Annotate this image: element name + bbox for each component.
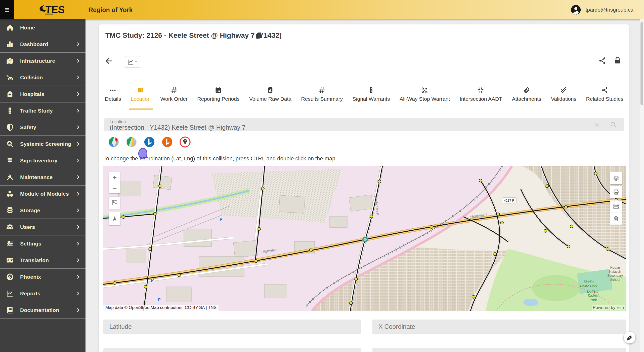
dashboard-icon bbox=[6, 40, 14, 48]
reporting-periods-icon bbox=[215, 87, 222, 94]
sidebar-item-label: Phoenix bbox=[20, 274, 41, 280]
sidebar-item-module-of-modules[interactable]: Module of Modules bbox=[0, 186, 85, 202]
chevron-down-icon bbox=[134, 60, 138, 64]
sidebar-item-label: Settings bbox=[20, 241, 41, 247]
location-input[interactable]: Location (Intersection - Y1432) Keele St… bbox=[104, 118, 624, 131]
tab-label: Validations bbox=[551, 96, 576, 102]
edit-fab-button[interactable] bbox=[624, 332, 635, 343]
hamburger-icon bbox=[3, 7, 11, 13]
zoom-out-button[interactable] bbox=[109, 183, 120, 193]
attachments-icon bbox=[523, 87, 530, 94]
sidebar-item-documentation[interactable]: Documentation bbox=[0, 302, 85, 319]
north-arrow-icon bbox=[111, 216, 118, 222]
latitude-field[interactable]: Latitude bbox=[103, 320, 361, 334]
map-pin-link[interactable] bbox=[180, 136, 191, 148]
layers-button[interactable] bbox=[610, 172, 622, 184]
sidebar-item-translation[interactable]: ATranslation bbox=[0, 252, 85, 269]
map-canvas[interactable]: 4217 R Highway 7 Highway 7 Keele Street … bbox=[103, 166, 626, 311]
plus-icon bbox=[112, 175, 117, 180]
sidebar-item-hospitals[interactable]: Hospitals bbox=[0, 86, 85, 102]
tab-all-way-stop-warrant[interactable]: All-Way Stop Warrant bbox=[398, 83, 452, 110]
print-button[interactable] bbox=[610, 186, 622, 198]
sidebar-item-storage[interactable]: Storage bbox=[0, 202, 85, 219]
zoom-in-button[interactable] bbox=[109, 172, 120, 183]
sidebar-item-dashboard[interactable]: Dashboard bbox=[0, 36, 85, 53]
user-email[interactable]: tpardo@tnsgroup.ca bbox=[585, 7, 633, 13]
tab-work-order[interactable]: Work Order bbox=[158, 83, 190, 110]
svg-text:Secondary: Secondary bbox=[607, 274, 623, 277]
copy-caret-icon[interactable] bbox=[265, 33, 270, 39]
scrollbar-thumb[interactable] bbox=[640, 22, 643, 105]
svg-text:Paine Park: Paine Park bbox=[580, 284, 597, 288]
tab-validations[interactable]: Validations bbox=[549, 83, 578, 110]
y-coordinate-field[interactable]: Y Coordinate bbox=[372, 348, 626, 352]
selected-intersection-marker bbox=[363, 237, 367, 242]
sidebar-item-reports[interactable]: Reports bbox=[0, 285, 85, 302]
clear-icon[interactable] bbox=[594, 121, 600, 128]
search-icon[interactable] bbox=[610, 121, 617, 128]
sidebar-item-home[interactable]: Home bbox=[0, 19, 85, 36]
chevron-right-icon bbox=[76, 75, 80, 80]
google-maps-link[interactable]: G bbox=[108, 136, 119, 148]
tab-reporting-periods[interactable]: Reporting Periods bbox=[195, 83, 241, 110]
location-input-label: Location bbox=[110, 119, 126, 124]
tab-results-summary[interactable]: Results Summary bbox=[299, 83, 345, 110]
trash-icon bbox=[613, 215, 619, 222]
basemap-svg: 4217 R Highway 7 Highway 7 Keele Street … bbox=[103, 166, 626, 311]
chevron-right-icon bbox=[76, 108, 80, 113]
bing-streetside-link[interactable] bbox=[162, 136, 173, 148]
chevron-right-icon bbox=[76, 125, 80, 130]
sidebar-item-users[interactable]: Users bbox=[0, 219, 85, 235]
validations-icon bbox=[560, 87, 567, 94]
x-coordinate-field[interactable]: X Coordinate bbox=[372, 320, 626, 334]
tab-label: Location bbox=[131, 96, 151, 102]
measure-button[interactable] bbox=[610, 200, 622, 213]
share-button[interactable] bbox=[598, 57, 606, 65]
sidebar-item-label: Users bbox=[20, 224, 35, 230]
north-arrow-button[interactable] bbox=[109, 212, 120, 225]
tab-volume-raw-data[interactable]: Volume Raw Data bbox=[247, 83, 293, 110]
copy-study-button[interactable] bbox=[254, 31, 263, 41]
bing-maps-link[interactable] bbox=[144, 136, 155, 148]
sidebar-item-settings[interactable]: Settings bbox=[0, 235, 85, 252]
lock-button[interactable] bbox=[613, 56, 622, 65]
delete-button[interactable] bbox=[610, 213, 622, 225]
sidebar-item-maintenance[interactable]: Maintenance bbox=[0, 169, 85, 186]
back-button[interactable] bbox=[105, 57, 113, 65]
sidebar-item-traffic-study[interactable]: Traffic Study bbox=[0, 102, 85, 119]
sidebar-item-systemic-screening[interactable]: Systemic Screening bbox=[0, 136, 85, 152]
sidebar-item-collision[interactable]: Collision bbox=[0, 69, 85, 86]
tab-intersection-aadt[interactable]: Intersection AADT bbox=[458, 83, 504, 110]
chart-view-button[interactable] bbox=[124, 56, 141, 68]
tab-location[interactable]: Location bbox=[129, 83, 153, 110]
tab-attachments[interactable]: Attachments bbox=[510, 83, 543, 110]
user-avatar[interactable] bbox=[571, 5, 581, 15]
page-scrollbar[interactable] bbox=[640, 19, 644, 352]
intersection-aadt-icon bbox=[477, 87, 484, 94]
longitude-field[interactable]: Longitude bbox=[103, 348, 361, 352]
external-map-links: GG bbox=[108, 136, 191, 148]
sidebar-item-sign-inventory[interactable]: Sign Inventory bbox=[0, 152, 85, 169]
sidebar-item-label: Traffic Study bbox=[20, 108, 53, 114]
sidebar-item-label: Infrastructure bbox=[20, 58, 55, 64]
tab-signal-warrants[interactable]: Signal Warrants bbox=[351, 83, 392, 110]
tab-label: Results Summary bbox=[301, 96, 343, 102]
google-street-view-link[interactable]: G bbox=[126, 136, 137, 148]
ruler-icon bbox=[613, 203, 619, 210]
tab-details[interactable]: Details bbox=[103, 83, 123, 110]
esri-link[interactable]: Esri bbox=[617, 305, 624, 310]
svg-text:Nalayeh: Nalayeh bbox=[609, 270, 621, 273]
sidebar-item-phoenix[interactable]: Phoenix bbox=[0, 269, 85, 285]
tab-related-studies[interactable]: Related Studies bbox=[584, 83, 625, 110]
hamburger-menu-button[interactable] bbox=[0, 0, 14, 19]
overview-map-button[interactable] bbox=[109, 197, 120, 209]
chevron-right-icon bbox=[76, 191, 80, 196]
sidebar-item-infrastructure[interactable]: Infrastructure bbox=[0, 53, 85, 69]
svg-text:Marita: Marita bbox=[584, 280, 594, 284]
chevron-right-icon bbox=[76, 58, 80, 63]
sidebar-item-label: Maintenance bbox=[20, 174, 53, 180]
sidebar-item-label: Sign Inventory bbox=[20, 158, 58, 164]
traffic-icon bbox=[6, 107, 14, 115]
sidebar-item-safety[interactable]: Safety bbox=[0, 119, 85, 136]
tab-label: Reporting Periods bbox=[197, 96, 239, 102]
